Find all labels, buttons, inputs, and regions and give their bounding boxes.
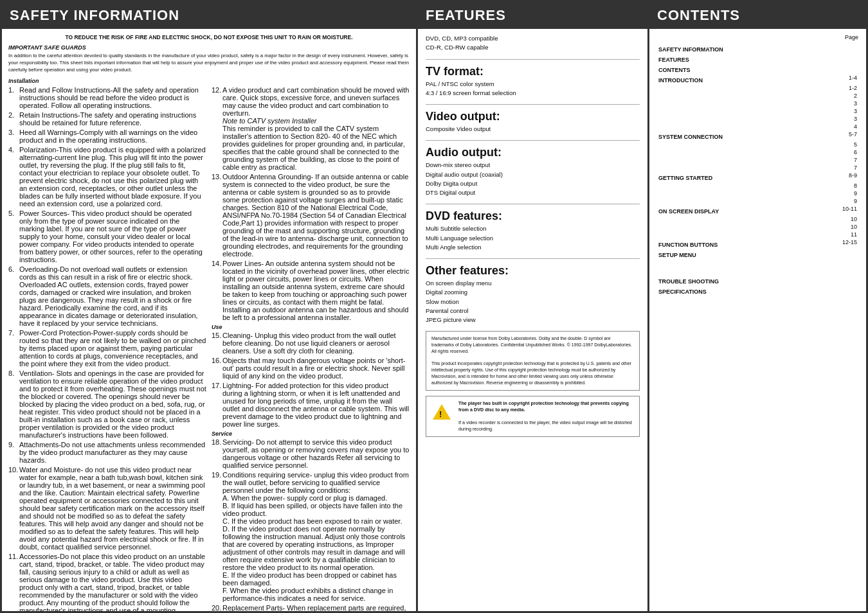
list-item: 18.Servicing- Do not attempt to service … xyxy=(212,438,410,469)
safety-header: SAFETY INFORMATION xyxy=(2,2,416,29)
feature-audio-title: Audio output: xyxy=(426,146,640,159)
contents-panel: CONTENTS Page SAFETY INFORMATION FEATURE… xyxy=(649,0,868,613)
dolby-text1: Manufactured under license from Dolby La… xyxy=(431,335,634,354)
feature-tv-format: TV format: PAL / NTSC color system4:3 / … xyxy=(426,65,640,98)
list-item: 12.A video product and cart combination … xyxy=(212,86,410,171)
important-text: In addition to the careful attention dev… xyxy=(8,53,410,74)
warning-icon xyxy=(430,400,453,423)
contents-row-getstart: GETTING STARTED 8-9 xyxy=(657,172,858,182)
list-item: 10.Water and Moisture- do not use this v… xyxy=(8,466,206,551)
contents-features-title: FEATURES xyxy=(657,53,817,64)
contents-specs-title: SPECIFICATIONS xyxy=(657,285,817,296)
feature-tv-desc: PAL / NTSC color system4:3 / 16:9 screen… xyxy=(426,80,640,98)
copyright-box: The player has built in copyright protec… xyxy=(426,396,640,437)
contents-row-funcbtn: FUNCTION BUTTONS 12-15 xyxy=(657,238,858,249)
service-title: Service xyxy=(212,431,410,437)
contents-getstart-title: GETTING STARTED xyxy=(657,172,817,182)
safety-warning: TO REDUCE THE RISK OF FIRE AND ELECTRIC … xyxy=(8,34,410,40)
contents-row-specs: SPECIFICATIONS xyxy=(657,285,858,296)
dolby-box: Manufactured under license from Dolby La… xyxy=(426,331,640,390)
contents-intro-pages: 1-4 xyxy=(817,74,858,84)
feature-audio-output: Audio output: Down-mix stereo outputDigi… xyxy=(426,146,640,197)
feature-dvd-cd: DVD, CD, MP3 compatibleCD-R, CD-RW capab… xyxy=(426,34,640,53)
list-item: 3.Heed all Warnings-Comply with all warn… xyxy=(8,129,206,144)
list-item: 11.Accessories-Do not place this video p… xyxy=(8,553,206,613)
safety-panel: SAFETY INFORMATION TO REDUCE THE RISK OF… xyxy=(0,0,418,613)
list-item: 14.Power Lines- An outside antenna syste… xyxy=(212,260,410,321)
list-item: 6 xyxy=(657,148,858,156)
list-item: 10 xyxy=(657,215,858,223)
list-item: 3 xyxy=(657,115,858,123)
contents-funcbtn-pages: 12-15 xyxy=(817,238,858,249)
contents-header: CONTENTS xyxy=(649,2,866,29)
page-label: Page xyxy=(657,34,858,40)
feature-video-title: Video output: xyxy=(426,110,640,123)
contents-row-trouble: TROUBLE SHOOTING xyxy=(657,259,858,285)
list-item: 9 xyxy=(657,190,858,197)
copyright-title: The player has built in copyright protec… xyxy=(458,400,629,413)
feature-tv-title: TV format: xyxy=(426,65,640,78)
list-item: 9.Attachments-Do not use attachments unl… xyxy=(8,441,206,464)
contents-funcbtn-title: FUNCTION BUTTONS xyxy=(657,238,817,249)
list-item: 8.Ventilation- Slots and openings in the… xyxy=(8,369,206,439)
important-title: IMPORTANT SAFE GUARDS xyxy=(8,44,410,51)
feature-video-desc: Composite Video output xyxy=(426,125,640,134)
contents-safety-title: SAFETY INFORMATION xyxy=(657,43,817,53)
list-item: 3 xyxy=(657,107,858,115)
contents-trouble-title: TROUBLE SHOOTING xyxy=(657,259,817,285)
list-item: 10 xyxy=(657,223,858,231)
list-item: 2.Retain Instructions-The safety and ope… xyxy=(8,111,206,127)
list-item: 8 xyxy=(657,182,858,190)
contents-row-contents: CONTENTS xyxy=(657,64,858,74)
list-item: 1-2 xyxy=(657,84,858,92)
safety-col-right: 12.A video product and cart combination … xyxy=(212,86,410,613)
list-item: 1.Read and Follow Instructions-All the s… xyxy=(8,86,206,109)
dolby-text2: This product incorporates copyright prot… xyxy=(431,360,634,386)
list-item: 7.Power-Cord Protection-Power-supply cor… xyxy=(8,329,206,368)
list-item: 5.Power Sources- This video product shou… xyxy=(8,209,206,263)
list-item: 2 xyxy=(657,92,858,100)
safety-col-left: 1.Read and Follow Instructions-All the s… xyxy=(8,86,206,613)
installation-title: Installation xyxy=(8,78,410,84)
list-item: 3 xyxy=(657,100,858,107)
contents-row-syscon: SYSTEM CONNECTION 5-7 xyxy=(657,130,858,141)
list-item: 7 xyxy=(657,164,858,172)
contents-getstart-pages: 8-9 xyxy=(817,172,858,182)
list-item: 20.Replacement Parts- When replacement p… xyxy=(212,604,410,613)
features-header: FEATURES xyxy=(418,2,647,29)
list-item: 15.Cleaning- Unplug this video product f… xyxy=(212,332,410,355)
contents-osd-pages: 10-11 xyxy=(817,205,858,215)
list-item: 9 xyxy=(657,197,858,205)
copyright-note: If a video recorder is connected to the … xyxy=(458,420,632,432)
contents-row-features: FEATURES xyxy=(657,53,858,64)
feature-video-output: Video output: Composite Video output xyxy=(426,110,640,134)
list-item: 4.Polarization-This video product is equ… xyxy=(8,146,206,208)
contents-intro-title: INTRODUCTION xyxy=(657,74,817,84)
feature-other-desc: On screen display menuDigital zoomingSlo… xyxy=(426,279,640,324)
list-item: 4 xyxy=(657,123,858,130)
list-item: 7 xyxy=(657,156,858,164)
contents-table: SAFETY INFORMATION FEATURES CONTENTS INT… xyxy=(657,43,858,296)
feature-dvd-features: DVD features: Multi Subtitle selectionMu… xyxy=(426,209,640,252)
feature-dvd-feat-desc: Multi Subtitle selectionMulti Language s… xyxy=(426,224,640,252)
feature-audio-desc: Down-mix stereo outputDigital audio outp… xyxy=(426,161,640,197)
contents-setup-title: SETUP MENU xyxy=(657,249,817,259)
feature-dvd-title: DVD features: xyxy=(426,209,640,223)
contents-syscon-pages: 5-7 xyxy=(817,130,858,141)
contents-contents-title: CONTENTS xyxy=(657,64,817,74)
contents-row-osd: ON SCREEN DISPLAY 10-11 xyxy=(657,205,858,215)
contents-row-setup: SETUP MENU xyxy=(657,249,858,259)
contents-row-safety: SAFETY INFORMATION xyxy=(657,43,858,53)
features-panel: FEATURES DVD, CD, MP3 compatibleCD-R, CD… xyxy=(418,0,649,613)
list-item: 6.Overloading-Do not overload wall outle… xyxy=(8,265,206,327)
feature-dvd-desc: DVD, CD, MP3 compatibleCD-R, CD-RW capab… xyxy=(426,34,640,53)
feature-other: Other features: On screen display menuDi… xyxy=(426,264,640,324)
list-item: 11 xyxy=(657,231,858,238)
feature-other-title: Other features: xyxy=(426,264,640,278)
list-item: 17.Lightning- For added protection for t… xyxy=(212,382,410,428)
copyright-text: The player has built in copyright protec… xyxy=(458,400,635,432)
list-item: 19.Conditions requiring service- unplug … xyxy=(212,471,410,602)
list-item: 16.Objects that may touch dangerous volt… xyxy=(212,357,410,380)
use-title: Use xyxy=(212,324,410,330)
contents-osd-title: ON SCREEN DISPLAY xyxy=(657,205,817,215)
